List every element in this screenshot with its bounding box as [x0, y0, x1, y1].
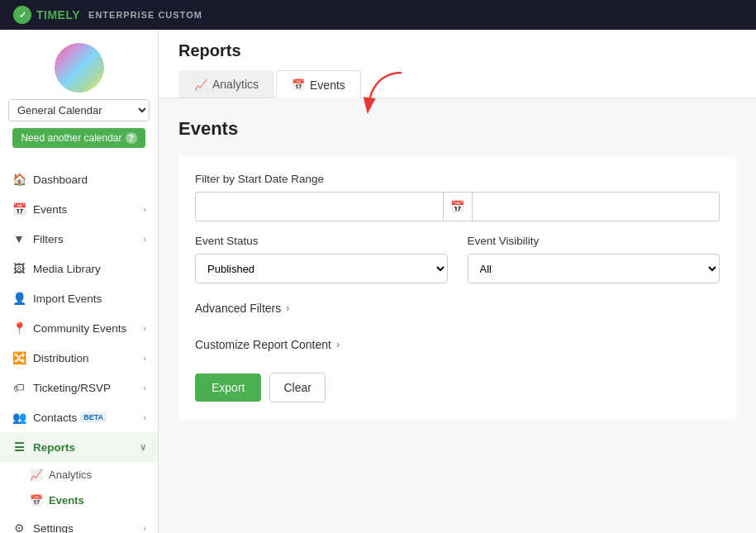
date-range-label: Filter by Start Date Range — [195, 173, 720, 185]
chevron-right-icon: › — [143, 383, 146, 393]
date-end-input[interactable] — [473, 192, 720, 221]
brand-sub: ENTERPRISE CUSTOM — [88, 10, 202, 20]
advanced-filters-label: Advanced Filters — [195, 302, 281, 315]
advanced-filters-toggle[interactable]: Advanced Filters › — [195, 297, 720, 320]
sidebar-item-label: Community Events — [33, 322, 126, 335]
analytics-tab-icon: 📈 — [194, 79, 207, 91]
beta-badge: BETA — [80, 412, 107, 422]
chevron-right-icon: › — [143, 353, 146, 363]
chevron-right-icon: › — [143, 204, 146, 214]
main-content: Reports 📈 Analytics — [159, 30, 756, 533]
analytics-icon: 📈 — [30, 469, 43, 481]
sidebar-item-reports[interactable]: ☰ Reports ∨ — [0, 432, 158, 462]
sidebar-item-label: Reports — [33, 441, 75, 454]
distribution-icon: 🔀 — [12, 350, 26, 365]
chevron-right-icon: › — [143, 523, 146, 533]
sidebar-item-label: Filters — [33, 233, 64, 245]
ticketing-icon: 🏷 — [12, 380, 26, 395]
sidebar-item-events[interactable]: 📅 Events › — [0, 194, 158, 224]
avatar — [55, 43, 104, 93]
sidebar-item-contacts[interactable]: 👥 Contacts BETA › — [0, 402, 158, 432]
sidebar-profile: General Calendar Need another calendar ? — [0, 30, 158, 155]
clear-button[interactable]: Clear — [269, 373, 325, 402]
chevron-right-icon: › — [143, 234, 146, 244]
sidebar-item-media-library[interactable]: 🖼 Media Library — [0, 254, 158, 283]
events-tab-icon: 📅 — [292, 79, 305, 91]
sidebar-item-import-events[interactable]: 👤 Import Events — [0, 283, 158, 313]
sidebar: General Calendar Need another calendar ?… — [0, 30, 159, 533]
sidebar-item-label: Settings — [33, 522, 74, 534]
chevron-right-icon: › — [143, 323, 146, 333]
import-icon: 👤 — [12, 291, 26, 306]
topbar: ✓ TIMELY ENTERPRISE CUSTOM — [0, 0, 756, 30]
sidebar-nav: 🏠 Dashboard 📅 Events › ▼ Filters › 🖼 Med… — [0, 164, 158, 533]
sidebar-item-label: Media Library — [33, 263, 101, 275]
sidebar-item-dashboard[interactable]: 🏠 Dashboard — [0, 164, 158, 194]
logo-icon: ✓ — [13, 6, 31, 24]
page-title: Reports — [178, 41, 736, 60]
sidebar-item-filters[interactable]: ▼ Filters › — [0, 224, 158, 254]
sub-nav-label: Events — [49, 494, 84, 507]
help-icon: ? — [126, 132, 137, 144]
sidebar-item-label: Import Events — [33, 293, 102, 305]
sidebar-item-label: Distribution — [33, 352, 89, 364]
sidebar-item-label: Events — [33, 203, 67, 216]
dashboard-icon: 🏠 — [12, 172, 26, 187]
tab-analytics-label: Analytics — [212, 78, 259, 91]
need-calendar-label: Need another calendar — [21, 132, 121, 144]
filter-section: Filter by Start Date Range 📅 Event Statu… — [178, 156, 736, 419]
settings-icon: ⚙ — [12, 521, 26, 533]
main-header: Reports 📈 Analytics — [159, 30, 756, 98]
tab-events[interactable]: 📅 Events — [276, 70, 361, 98]
media-icon: 🖼 — [12, 261, 26, 276]
event-visibility-label: Event Visibility — [468, 235, 720, 247]
chevron-right-icon: › — [336, 339, 340, 350]
sub-nav-label: Analytics — [49, 469, 92, 481]
tab-events-label: Events — [310, 79, 345, 92]
tab-analytics[interactable]: 📈 Analytics — [178, 70, 274, 98]
filters-icon: ▼ — [12, 231, 26, 246]
event-visibility-select[interactable]: All Public Private — [468, 254, 720, 283]
community-icon: 📍 — [12, 321, 26, 336]
date-range-row: 📅 — [195, 192, 720, 221]
chevron-right-icon: › — [143, 412, 146, 422]
events-sub-icon: 📅 — [30, 494, 43, 507]
event-status-group: Event Status Published Draft Canceled Al… — [195, 235, 448, 283]
calendar-select[interactable]: General Calendar — [8, 99, 150, 121]
tabs-container: 📈 Analytics 📅 Events — [178, 70, 736, 98]
sidebar-item-distribution[interactable]: 🔀 Distribution › — [0, 343, 158, 373]
chevron-down-icon: ∨ — [140, 442, 146, 453]
need-calendar-button[interactable]: Need another calendar ? — [12, 128, 145, 148]
event-visibility-group: Event Visibility All Public Private — [468, 235, 720, 283]
sidebar-item-ticketing[interactable]: 🏷 Ticketing/RSVP › — [0, 373, 158, 402]
sidebar-item-community-events[interactable]: 📍 Community Events › — [0, 313, 158, 343]
event-status-select[interactable]: Published Draft Canceled All — [195, 254, 448, 283]
customize-report-label: Customize Report Content — [195, 338, 331, 351]
sidebar-item-label: Dashboard — [33, 174, 88, 186]
reports-icon: ☰ — [12, 440, 26, 454]
export-button[interactable]: Export — [195, 374, 261, 402]
contacts-icon: 👥 — [12, 410, 26, 425]
action-row: Export Clear — [195, 373, 720, 402]
event-status-label: Event Status — [195, 235, 448, 247]
section-title: Events — [178, 118, 736, 140]
content-area: Events Filter by Start Date Range 📅 Even… — [159, 98, 756, 533]
sidebar-item-settings[interactable]: ⚙ Settings › — [0, 513, 158, 533]
sidebar-item-label: Contacts — [33, 412, 77, 424]
chevron-right-icon: › — [286, 302, 289, 314]
logo: ✓ TIMELY ENTERPRISE CUSTOM — [13, 6, 202, 24]
brand-name: TIMELY — [36, 8, 80, 21]
status-row: Event Status Published Draft Canceled Al… — [195, 235, 720, 283]
events-icon: 📅 — [12, 202, 26, 217]
sidebar-item-events-sub[interactable]: 📅 Events — [0, 488, 158, 513]
calendar-icon-button[interactable]: 📅 — [443, 192, 473, 221]
sidebar-item-analytics[interactable]: 📈 Analytics — [0, 462, 158, 488]
sidebar-item-label: Ticketing/RSVP — [33, 382, 111, 394]
customize-report-toggle[interactable]: Customize Report Content › — [195, 333, 720, 356]
date-start-input[interactable] — [195, 192, 443, 221]
